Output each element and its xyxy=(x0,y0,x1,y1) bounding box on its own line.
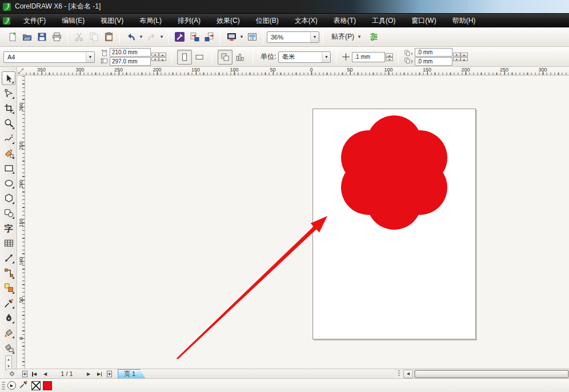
menu-item[interactable]: 编辑(E) xyxy=(54,14,93,27)
copy-button[interactable] xyxy=(87,30,101,44)
polygon-tool[interactable] xyxy=(2,191,15,205)
menu-item[interactable]: 文本(X) xyxy=(287,14,326,27)
outline-pen-tool[interactable] xyxy=(2,311,15,325)
new-document-button[interactable] xyxy=(5,30,19,44)
export-button[interactable] xyxy=(202,30,216,44)
fill-color-swatch[interactable] xyxy=(43,381,52,390)
drawing-scale-button[interactable] xyxy=(7,369,17,378)
units-combobox[interactable]: 毫米 ▼ xyxy=(278,51,331,63)
color-eyedropper-tool[interactable] xyxy=(2,296,15,310)
menu-item[interactable]: 文件(F) xyxy=(15,14,54,27)
application-launcher-button[interactable] xyxy=(173,30,186,44)
nudge-spin-down[interactable]: ▼ xyxy=(386,57,393,61)
pick-tool[interactable] xyxy=(2,71,15,85)
menu-item[interactable]: 位图(B) xyxy=(248,14,287,27)
table-tool[interactable] xyxy=(2,236,15,250)
page-tab[interactable]: 页 1 xyxy=(118,369,145,378)
chevron-down-icon[interactable]: ▼ xyxy=(239,34,245,39)
last-page-button[interactable]: ▶ xyxy=(94,370,104,378)
chevron-down-icon[interactable]: ▼ xyxy=(138,34,144,39)
menu-item[interactable]: 效果(C) xyxy=(209,14,248,27)
zoom-tool[interactable] xyxy=(2,117,15,130)
basic-shapes-tool[interactable] xyxy=(2,206,15,220)
dup-y-spin-down[interactable]: ▼ xyxy=(453,57,460,61)
portrait-orientation-button[interactable] xyxy=(177,50,192,65)
menu-item[interactable]: 工具(O) xyxy=(364,14,403,27)
print-button[interactable] xyxy=(50,30,63,44)
previous-page-button[interactable]: ◀ xyxy=(40,370,50,378)
add-page-button-left[interactable] xyxy=(19,370,30,378)
vertical-ruler[interactable]: 300250200150100500 xyxy=(17,75,25,369)
scrollbar-grip[interactable] xyxy=(395,370,402,377)
text-tool[interactable]: 字 xyxy=(2,221,15,235)
snap-to-button[interactable]: 贴齐(P) xyxy=(331,32,354,42)
page-size-preset-combobox[interactable]: A4 ▼ xyxy=(3,51,95,63)
shape-tool[interactable] xyxy=(2,86,15,100)
zoom-level-combobox[interactable]: 36% ▼ xyxy=(267,31,319,43)
eyedropper-icon[interactable] xyxy=(19,380,31,391)
duplicate-distance-y-field[interactable]: .0 mm xyxy=(415,57,452,66)
scroll-left-button[interactable]: ◀ xyxy=(403,370,413,378)
chevron-down-icon[interactable]: ▼ xyxy=(322,52,330,62)
ruler-origin-corner[interactable] xyxy=(17,67,25,75)
options-button[interactable] xyxy=(367,30,380,44)
chevron-down-icon[interactable]: ▼ xyxy=(310,32,319,42)
macro-play-button[interactable]: ▶ xyxy=(7,381,16,390)
chevron-down-icon[interactable]: ▼ xyxy=(86,52,94,62)
dup-x-spin-up[interactable]: ▲ xyxy=(460,53,468,57)
import-icon xyxy=(190,32,199,42)
page-width-field[interactable]: 210.0 mm xyxy=(110,48,151,57)
nudge-distance-field[interactable]: .1 mm xyxy=(352,52,385,62)
crop-tool[interactable] xyxy=(2,101,15,115)
artwork-layer xyxy=(25,75,569,369)
height-spin-down[interactable]: ▼ xyxy=(151,57,159,61)
dup-y-spin-up[interactable]: ▲ xyxy=(460,57,468,61)
outline-color-swatch-none[interactable] xyxy=(31,381,41,390)
menu-item[interactable]: 布局(L) xyxy=(131,14,170,27)
flower-shape-group[interactable] xyxy=(341,115,447,230)
all-pages-size-button[interactable] xyxy=(218,50,233,65)
menu-item[interactable]: 窗口(W) xyxy=(403,14,444,27)
ellipse-tool[interactable] xyxy=(2,176,15,190)
fill-tool[interactable] xyxy=(2,326,15,339)
paste-button[interactable] xyxy=(102,30,115,44)
next-page-button[interactable]: ▶ xyxy=(83,370,94,378)
menu-item[interactable]: 视图(V) xyxy=(93,14,131,27)
menu-item[interactable]: 排列(A) xyxy=(170,14,209,27)
chevron-down-icon[interactable]: ▼ xyxy=(159,34,165,39)
connector-tool[interactable] xyxy=(2,266,15,280)
welcome-screen-button[interactable] xyxy=(245,30,259,44)
redo-button[interactable] xyxy=(145,30,158,44)
scrollbar-thumb[interactable] xyxy=(415,370,568,378)
menu-item[interactable]: 表格(T) xyxy=(326,14,364,27)
current-page-size-button[interactable] xyxy=(233,50,247,65)
open-button[interactable] xyxy=(20,30,34,44)
smart-fill-tool[interactable] xyxy=(2,146,15,160)
height-spin-up[interactable]: ▲ xyxy=(159,57,166,61)
nudge-spin-up[interactable]: ▲ xyxy=(386,53,393,57)
import-button[interactable] xyxy=(187,30,201,44)
blend-tool[interactable] xyxy=(2,281,15,295)
fullscreen-preview-button[interactable] xyxy=(225,30,238,44)
cut-button[interactable] xyxy=(72,30,86,44)
add-page-button-right[interactable] xyxy=(104,370,114,378)
landscape-orientation-button[interactable] xyxy=(192,50,207,65)
width-spin-down[interactable]: ▼ xyxy=(151,53,159,57)
undo-button[interactable] xyxy=(124,30,138,44)
horizontal-ruler[interactable]: 35030025020015010050050100150200250300 xyxy=(25,67,569,75)
duplicate-distance-x-field[interactable]: .0 mm xyxy=(415,48,452,57)
page-height-field[interactable]: 297.0 mm xyxy=(110,57,151,66)
rectangle-tool[interactable] xyxy=(2,161,15,175)
dup-x-spin-down[interactable]: ▼ xyxy=(453,53,460,57)
scrollbar-track[interactable] xyxy=(414,370,569,378)
drawing-canvas[interactable] xyxy=(25,75,569,369)
first-page-button[interactable]: ◀ xyxy=(30,370,40,378)
dimension-tool[interactable] xyxy=(2,251,15,265)
chevron-down-icon[interactable]: ▼ xyxy=(356,34,362,39)
export-icon xyxy=(205,32,214,42)
width-spin-up[interactable]: ▲ xyxy=(159,53,166,57)
menu-item[interactable]: 帮助(H) xyxy=(444,14,484,27)
freehand-tool[interactable] xyxy=(2,131,15,145)
interactive-fill-tool[interactable] xyxy=(2,341,15,355)
save-button[interactable] xyxy=(35,30,49,44)
